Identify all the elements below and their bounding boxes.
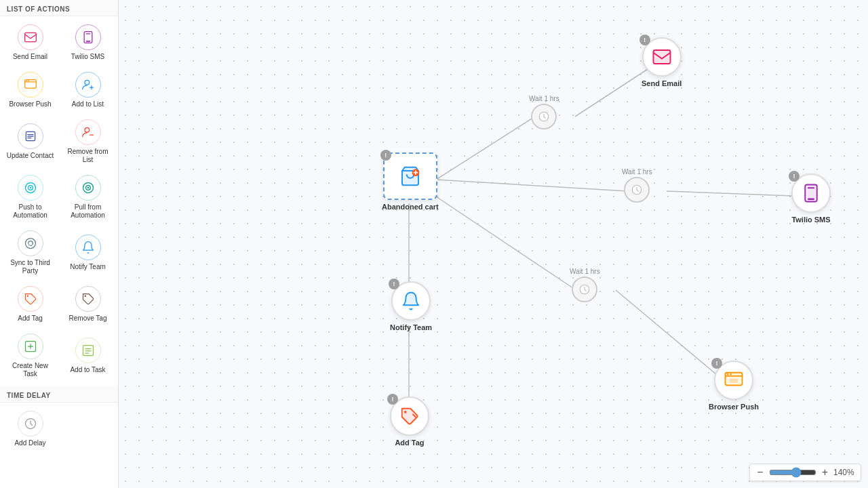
- svg-line-27: [436, 197, 573, 288]
- wait-node-1: Wait 1 hrs: [529, 95, 559, 129]
- remove-tag-icon: [75, 286, 101, 312]
- abandoned-cart-box: !: [383, 152, 437, 200]
- sidebar-item-twilio-sms[interactable]: Twilio SMS: [60, 20, 115, 65]
- svg-rect-35: [808, 187, 814, 188]
- svg-point-16: [25, 239, 35, 249]
- browser-push-icon: [18, 72, 43, 98]
- svg-rect-3: [85, 33, 90, 34]
- sidebar-item-notify-team-label: Notify Team: [70, 263, 106, 271]
- sidebar-item-pull-from-automation[interactable]: Pull from Automation: [60, 171, 115, 224]
- add-delay-icon: [18, 411, 43, 436]
- send-email-warning: !: [639, 35, 650, 45]
- sidebar-section-actions: LIST OF ACTIONS: [0, 0, 118, 16]
- sidebar-section-delay: TIME DELAY: [0, 386, 118, 403]
- svg-line-25: [667, 191, 810, 197]
- send-email-icon: [18, 24, 43, 50]
- svg-point-9: [85, 127, 90, 132]
- sidebar-item-pull-from-automation-label: Pull from Automation: [63, 203, 113, 220]
- canvas[interactable]: ! Abandoned cart ! Send Email !: [119, 0, 868, 488]
- node-browser-push[interactable]: ! Browser Push: [709, 361, 759, 411]
- sidebar-item-remove-from-list[interactable]: Remove from List: [60, 115, 115, 168]
- wait-node-3: Wait 1 hrs: [570, 268, 600, 302]
- twilio-sms-label: Twilio SMS: [791, 216, 830, 224]
- svg-point-7: [85, 80, 90, 85]
- svg-rect-34: [808, 199, 814, 201]
- sidebar-item-add-tag-label: Add Tag: [18, 314, 43, 323]
- sidebar-item-push-to-automation-label: Push to Automation: [5, 203, 55, 220]
- sidebar-item-add-to-list[interactable]: Add to List: [60, 68, 115, 113]
- sidebar-item-add-delay[interactable]: Add Delay: [3, 407, 58, 451]
- canvas-connections: [119, 0, 868, 488]
- abandoned-cart-warning: !: [380, 150, 391, 161]
- sidebar: LIST OF ACTIONS Send Email Twilio SMS: [0, 0, 119, 488]
- svg-rect-0: [24, 33, 36, 41]
- notify-team-label: Notify Team: [390, 323, 432, 331]
- zoom-plus-button[interactable]: +: [821, 466, 829, 479]
- sidebar-item-twilio-sms-label: Twilio SMS: [71, 53, 104, 61]
- notify-team-warning: !: [389, 279, 399, 289]
- zoom-slider[interactable]: [769, 467, 816, 478]
- svg-rect-2: [85, 41, 90, 42]
- svg-point-15: [87, 187, 89, 189]
- svg-rect-20: [83, 346, 93, 356]
- send-email-circle: !: [642, 37, 682, 77]
- node-abandoned-cart[interactable]: ! Abandoned cart: [382, 152, 439, 211]
- node-send-email[interactable]: ! Send Email: [642, 37, 682, 87]
- wait-2-label: Wait 1 hrs: [622, 168, 652, 176]
- sidebar-item-add-tag[interactable]: Add Tag: [3, 282, 58, 327]
- zoom-bar: − + 140%: [749, 464, 861, 481]
- svg-rect-39: [730, 379, 738, 383]
- svg-line-22: [436, 117, 535, 180]
- svg-point-18: [84, 296, 86, 298]
- twilio-sms-warning: !: [789, 171, 800, 182]
- sidebar-item-remove-tag[interactable]: Remove Tag: [60, 282, 115, 327]
- svg-point-37: [727, 373, 729, 375]
- notify-team-icon: [75, 235, 101, 260]
- svg-point-5: [26, 80, 27, 81]
- svg-point-12: [29, 187, 31, 189]
- sidebar-item-browser-push[interactable]: Browser Push: [3, 68, 58, 113]
- twilio-sms-icon: [75, 24, 101, 50]
- sidebar-item-add-to-task[interactable]: Add to Task: [60, 329, 115, 382]
- push-to-automation-icon: [18, 175, 43, 201]
- node-twilio-sms[interactable]: ! Twilio SMS: [791, 174, 831, 224]
- sidebar-item-update-contact-label: Update Contact: [7, 152, 54, 160]
- node-notify-team[interactable]: ! Notify Team: [390, 281, 432, 331]
- svg-point-40: [404, 411, 407, 413]
- sidebar-item-create-new-task[interactable]: Create New Task: [3, 329, 58, 382]
- add-tag-warning: !: [387, 394, 398, 405]
- sidebar-item-remove-tag-label: Remove Tag: [69, 314, 107, 323]
- sidebar-item-add-to-list-label: Add to List: [72, 100, 104, 108]
- browser-push-warning: !: [711, 358, 722, 369]
- create-new-task-icon: [18, 333, 43, 359]
- svg-point-6: [28, 80, 29, 81]
- sidebar-item-send-email-label: Send Email: [13, 53, 47, 61]
- sidebar-item-add-to-task-label: Add to Task: [70, 366, 105, 374]
- add-tag-label: Add Tag: [395, 439, 424, 447]
- add-tag-icon: [18, 286, 43, 312]
- sync-third-party-icon: [18, 230, 43, 256]
- svg-point-38: [730, 373, 732, 375]
- zoom-minus-button[interactable]: −: [755, 466, 764, 479]
- zoom-value-label: 140%: [833, 468, 855, 477]
- wait-3-label: Wait 1 hrs: [570, 268, 600, 275]
- send-email-label: Send Email: [642, 79, 682, 87]
- sidebar-item-push-to-automation[interactable]: Push to Automation: [3, 171, 58, 224]
- sidebar-item-send-email[interactable]: Send Email: [3, 20, 58, 65]
- sidebar-item-update-contact[interactable]: Update Contact: [3, 115, 58, 168]
- wait-1-label: Wait 1 hrs: [529, 95, 559, 102]
- sidebar-item-create-new-task-label: Create New Task: [5, 362, 55, 378]
- svg-point-17: [26, 296, 28, 298]
- remove-from-list-icon: [75, 119, 101, 145]
- add-to-task-icon: [75, 338, 101, 363]
- node-add-tag[interactable]: ! Add Tag: [390, 396, 429, 447]
- twilio-sms-circle: !: [791, 174, 831, 213]
- sidebar-actions-grid: Send Email Twilio SMS: [0, 16, 118, 386]
- sidebar-item-sync-third-party[interactable]: Sync to Third Party: [3, 226, 58, 279]
- sidebar-item-notify-team[interactable]: Notify Team: [60, 226, 115, 279]
- sidebar-item-remove-from-list-label: Remove from List: [63, 148, 113, 164]
- notify-team-circle: !: [391, 281, 431, 321]
- abandoned-cart-label: Abandoned cart: [382, 203, 439, 211]
- svg-rect-32: [653, 50, 670, 64]
- add-tag-circle: !: [390, 396, 429, 436]
